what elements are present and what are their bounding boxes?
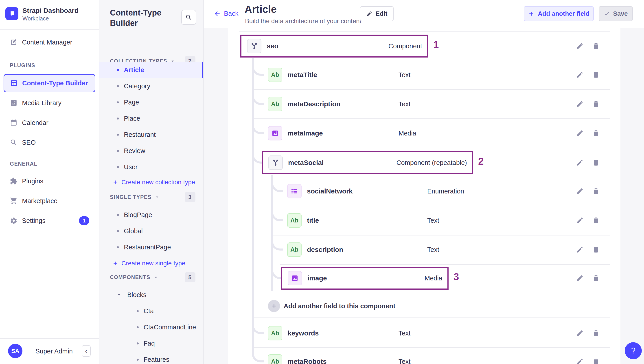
- divider: [0, 30, 99, 30]
- list-item-global[interactable]: Global: [100, 223, 203, 239]
- pencil-icon: [576, 129, 584, 137]
- create-single-type-link[interactable]: Create new single type: [100, 255, 203, 271]
- delete-field-button[interactable]: [591, 41, 601, 51]
- edit-field-button[interactable]: [575, 328, 585, 338]
- annotation-number: 3: [454, 271, 459, 282]
- delete-field-button[interactable]: [591, 158, 601, 168]
- add-field-to-component-label[interactable]: Add another field to this component: [284, 301, 396, 311]
- delete-field-button[interactable]: [591, 128, 601, 138]
- delete-field-button[interactable]: [591, 216, 601, 225]
- edit-button[interactable]: Edit: [360, 6, 394, 21]
- delete-field-button[interactable]: [591, 273, 601, 283]
- list-item-article[interactable]: Article: [100, 62, 203, 78]
- delete-field-button[interactable]: [591, 99, 601, 109]
- divider: [253, 347, 610, 348]
- add-field-to-component-button[interactable]: [268, 300, 280, 312]
- pencil-icon: [576, 274, 584, 282]
- delete-field-button[interactable]: [591, 356, 601, 364]
- edit-field-button[interactable]: [575, 70, 585, 80]
- divider: [280, 264, 610, 265]
- bullet-icon: [117, 101, 119, 103]
- sidebar-item-content-type-builder[interactable]: Content-Type Builder: [4, 74, 95, 92]
- components-list: CtaCtaCommandLineFaqFeatures: [100, 303, 203, 364]
- edit-field-button[interactable]: [575, 99, 585, 109]
- text-icon: Ab: [287, 213, 302, 228]
- edit-field-button[interactable]: [575, 186, 585, 196]
- edit-field-button[interactable]: [575, 356, 585, 364]
- app-title: Strapi Dashboard: [22, 7, 78, 14]
- help-button[interactable]: ?: [625, 342, 642, 359]
- save-button[interactable]: Save: [599, 6, 633, 21]
- list-item-label: User: [124, 163, 138, 171]
- plus-icon: [112, 260, 118, 266]
- add-another-field-button[interactable]: Add another field: [524, 6, 594, 21]
- divider: [253, 89, 610, 90]
- components-group-blocks[interactable]: Blocks: [100, 287, 203, 303]
- edit-field-button[interactable]: [575, 158, 585, 168]
- sidebar-item-settings[interactable]: Settings1: [0, 211, 99, 231]
- delete-field-button[interactable]: [591, 245, 601, 255]
- text-field-badge: Ab: [290, 246, 298, 253]
- list-item-blogpage[interactable]: BlogPage: [100, 207, 203, 223]
- avatar[interactable]: SA: [8, 344, 22, 358]
- divider: [110, 52, 120, 52]
- list-item-page[interactable]: Page: [100, 94, 203, 110]
- trash-icon: [592, 246, 600, 253]
- annotation-number: 2: [478, 156, 484, 167]
- main-header: Back Article Build the data architecture…: [204, 0, 644, 28]
- bullet-icon: [117, 134, 119, 136]
- sidebar-item-calendar[interactable]: Calendar: [0, 113, 99, 133]
- text-icon: Ab: [287, 242, 302, 257]
- collapse-sidebar-button[interactable]: ‹: [82, 345, 91, 357]
- sidebar-item-plugins[interactable]: Plugins: [0, 171, 99, 191]
- bullet-icon: [117, 150, 119, 152]
- list-item-ctacommandline[interactable]: CtaCommandLine: [100, 319, 203, 335]
- edit-field-button[interactable]: [575, 128, 585, 138]
- list-item-features[interactable]: Features: [100, 351, 203, 364]
- save-label: Save: [613, 10, 628, 17]
- list-item-category[interactable]: Category: [100, 78, 203, 94]
- sidebar-item-label: SEO: [22, 139, 36, 146]
- trash-icon: [592, 42, 600, 50]
- edit-field-button[interactable]: [575, 273, 585, 283]
- delete-field-button[interactable]: [591, 186, 601, 196]
- back-button[interactable]: Back: [214, 10, 238, 17]
- edit-field-button[interactable]: [575, 41, 585, 51]
- delete-field-button[interactable]: [591, 70, 601, 80]
- components-header[interactable]: COMPONENTS 5: [100, 270, 203, 284]
- list-item-label: Restaurant: [124, 131, 156, 138]
- edit-label: Edit: [376, 10, 388, 17]
- check-icon: [604, 11, 610, 17]
- trash-icon: [592, 188, 600, 195]
- components-label: COMPONENTS: [110, 274, 150, 280]
- field-type: Text: [398, 99, 410, 109]
- list-item-user[interactable]: User: [100, 159, 203, 175]
- search-icon: [10, 139, 18, 146]
- delete-field-button[interactable]: [591, 328, 601, 338]
- list-item-faq[interactable]: Faq: [100, 335, 203, 351]
- list-item-cta[interactable]: Cta: [100, 303, 203, 319]
- trash-icon: [592, 71, 600, 79]
- list-item-restaurant[interactable]: Restaurant: [100, 126, 203, 143]
- edit-field-button[interactable]: [575, 216, 585, 225]
- page-subtitle: Build the data architecture of your cont…: [245, 18, 361, 25]
- field-type: Text: [398, 328, 410, 338]
- user-row: SA Super Admin ‹: [0, 339, 99, 364]
- single-types-header[interactable]: SINGLE TYPES 3: [100, 190, 203, 204]
- puzzle-icon: [10, 177, 18, 185]
- sidebar-item-seo[interactable]: SEO: [0, 133, 99, 152]
- search-button[interactable]: [181, 10, 196, 25]
- bullet-icon: [137, 342, 139, 344]
- sidebar-item-marketplace[interactable]: Marketplace: [0, 191, 99, 211]
- edit-field-button[interactable]: [575, 245, 585, 255]
- list-item-restaurantpage[interactable]: RestaurantPage: [100, 239, 203, 255]
- sidebar-item-media-library[interactable]: Media Library: [0, 93, 99, 113]
- text-icon: Ab: [268, 68, 282, 82]
- list-item-place[interactable]: Place: [100, 110, 203, 126]
- create-collection-type-link[interactable]: Create new collection type: [100, 174, 203, 190]
- bullet-icon: [117, 166, 119, 168]
- list-item-review[interactable]: Review: [100, 143, 203, 159]
- sidebar-item-content-manager[interactable]: Content Manager: [0, 32, 99, 52]
- cart-icon: [10, 197, 18, 205]
- single-types-list: BlogPageGlobalRestaurantPage: [100, 207, 203, 255]
